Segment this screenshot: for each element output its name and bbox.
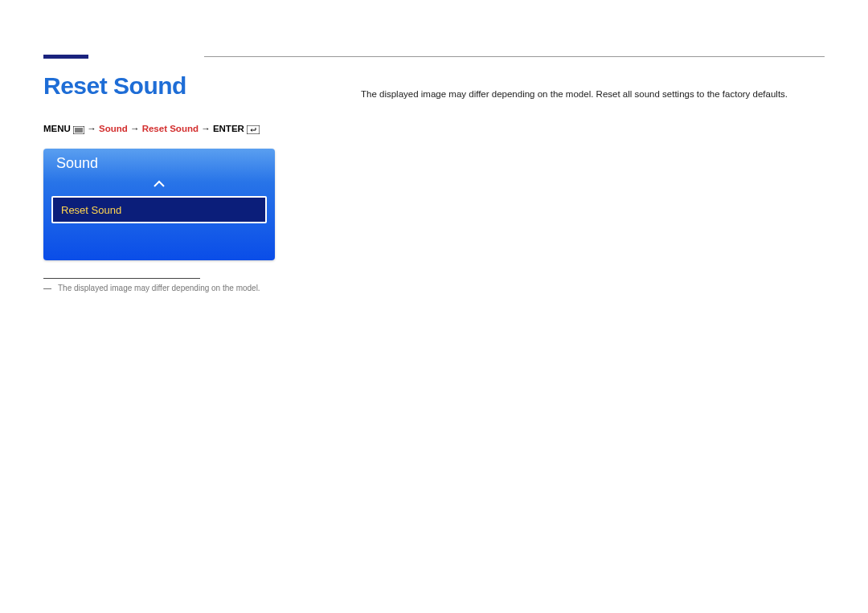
top-header-bar [43,55,825,59]
scroll-up-indicator[interactable] [43,175,275,196]
footnote: ― The displayed image may differ dependi… [43,284,345,292]
breadcrumb: MENU → Sound → Reset Sound → ENTER [43,124,345,134]
footnote-divider [43,278,200,279]
breadcrumb-reset-sound: Reset Sound [142,124,199,133]
menu-panel: Sound Reset Sound [43,149,275,260]
page-title: Reset Sound [43,72,345,100]
menu-label: MENU [43,124,71,133]
menu-spacer [43,230,275,260]
chevron-up-icon [153,180,166,188]
menu-item-label: Reset Sound [61,204,121,216]
enter-icon [247,125,260,134]
description-text: The displayed image may differ depending… [361,87,825,101]
arrow-2: → [130,124,140,133]
footnote-text: The displayed image may differ depending… [58,284,260,292]
menu-item-reset-sound[interactable]: Reset Sound [51,196,267,223]
arrow-1: → [87,124,96,133]
enter-label: ENTER [213,124,244,133]
menu-panel-title: Sound [43,149,275,175]
left-column: Reset Sound MENU → Sound → Reset Sound →… [43,72,361,292]
breadcrumb-sound: Sound [99,124,128,133]
accent-bar [43,55,88,59]
arrow-3: → [201,124,211,133]
menu-icon [73,125,84,134]
horizontal-rule [204,56,825,57]
right-column: The displayed image may differ depending… [361,72,825,292]
content-row: Reset Sound MENU → Sound → Reset Sound →… [43,72,825,292]
footnote-dash: ― [43,284,51,292]
